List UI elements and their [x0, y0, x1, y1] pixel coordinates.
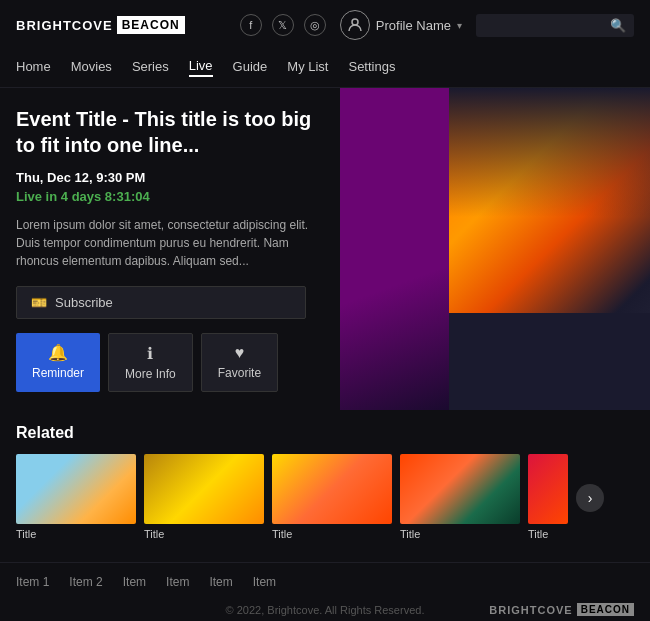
search-icon[interactable]: 🔍 [610, 18, 626, 33]
content-right [340, 88, 650, 410]
related-carousel: Title Title Title Title › Title [16, 454, 634, 540]
logo-brightcove-text: BRIGHTCOVE [16, 18, 113, 33]
related-item-title-1: Title [16, 528, 136, 540]
search-input[interactable] [484, 18, 604, 32]
footer-nav-item-3[interactable]: Item [123, 575, 146, 589]
related-thumb-5 [528, 454, 568, 524]
footer-copyright: © 2022, Brightcove. All Rights Reserved. [222, 604, 428, 616]
more-info-button[interactable]: ℹ More Info [108, 333, 193, 392]
social-icons: f 𝕏 ◎ [240, 14, 326, 36]
nav-item-mylist[interactable]: My List [287, 59, 328, 76]
footer-bottom: © 2022, Brightcove. All Rights Reserved.… [0, 597, 650, 621]
header: BRIGHTCOVE BEACON f 𝕏 ◎ Profile Name ▾ 🔍 [0, 0, 650, 50]
reminder-button[interactable]: 🔔 Reminder [16, 333, 100, 392]
live-countdown: Live in 4 days 8:31:04 [16, 189, 324, 204]
footer-logo-beacon-text: BEACON [577, 603, 634, 616]
nav-item-live[interactable]: Live [189, 58, 213, 77]
subscribe-label: Subscribe [55, 295, 113, 310]
hero-image [340, 88, 650, 410]
related-item-title-3: Title [272, 528, 392, 540]
facebook-icon[interactable]: f [240, 14, 262, 36]
related-item-3[interactable]: Title [272, 454, 392, 540]
content-left: Event Title - This title is too big to f… [0, 88, 340, 410]
profile-avatar-icon [340, 10, 370, 40]
related-title: Related [16, 424, 634, 442]
logo-beacon-text: BEACON [117, 16, 185, 34]
hero-image-left [340, 88, 449, 410]
footer-logo-brightcove-text: BRIGHTCOVE [489, 604, 572, 616]
footer-nav-item-2[interactable]: Item 2 [69, 575, 102, 589]
more-info-label: More Info [125, 367, 176, 381]
carousel-next-button[interactable]: › [576, 484, 604, 512]
action-buttons: 🔔 Reminder ℹ More Info ♥ Favorite [16, 333, 324, 392]
main-nav: Home Movies Series Live Guide My List Se… [0, 50, 650, 88]
subscribe-icon: 🎫 [31, 295, 47, 310]
nav-item-movies[interactable]: Movies [71, 59, 112, 76]
nav-item-settings[interactable]: Settings [348, 59, 395, 76]
profile-area[interactable]: Profile Name ▾ [340, 10, 462, 40]
event-description: Lorem ipsum dolor sit amet, consectetur … [16, 216, 324, 270]
profile-name-label: Profile Name [376, 18, 451, 33]
nav-item-series[interactable]: Series [132, 59, 169, 76]
hero-image-right [449, 88, 651, 410]
related-thumb-1 [16, 454, 136, 524]
nav-item-guide[interactable]: Guide [233, 59, 268, 76]
related-item-4[interactable]: Title [400, 454, 520, 540]
main-content: Event Title - This title is too big to f… [0, 88, 650, 410]
footer-nav-item-1[interactable]: Item 1 [16, 575, 49, 589]
instagram-icon[interactable]: ◎ [304, 14, 326, 36]
event-date: Thu, Dec 12, 9:30 PM [16, 170, 324, 185]
favorite-button[interactable]: ♥ Favorite [201, 333, 278, 392]
event-title: Event Title - This title is too big to f… [16, 106, 324, 158]
logo: BRIGHTCOVE BEACON [16, 16, 185, 34]
favorite-label: Favorite [218, 366, 261, 380]
search-bar[interactable]: 🔍 [476, 14, 634, 37]
footer-nav-item-6[interactable]: Item [253, 575, 276, 589]
svg-point-0 [352, 19, 358, 25]
reminder-label: Reminder [32, 366, 84, 380]
favorite-icon: ♥ [235, 344, 245, 362]
nav-item-home[interactable]: Home [16, 59, 51, 76]
related-item-title-4: Title [400, 528, 520, 540]
footer-nav-item-5[interactable]: Item [209, 575, 232, 589]
more-info-icon: ℹ [147, 344, 153, 363]
related-item-title-2: Title [144, 528, 264, 540]
related-thumb-2 [144, 454, 264, 524]
twitter-icon[interactable]: 𝕏 [272, 14, 294, 36]
related-section: Related Title Title Title Title › Title [0, 410, 650, 554]
related-item-1[interactable]: Title [16, 454, 136, 540]
subscribe-button[interactable]: 🎫 Subscribe [16, 286, 306, 319]
profile-chevron-icon: ▾ [457, 20, 462, 31]
related-item-title-5: Title [528, 528, 634, 540]
footer-nav-item-4[interactable]: Item [166, 575, 189, 589]
related-thumb-3 [272, 454, 392, 524]
header-right: f 𝕏 ◎ Profile Name ▾ 🔍 [240, 10, 634, 40]
related-thumb-4 [400, 454, 520, 524]
footer-logo: BRIGHTCOVE BEACON [428, 603, 634, 616]
footer-nav: Item 1 Item 2 Item Item Item Item [0, 562, 650, 597]
related-item-2[interactable]: Title [144, 454, 264, 540]
reminder-icon: 🔔 [48, 343, 68, 362]
